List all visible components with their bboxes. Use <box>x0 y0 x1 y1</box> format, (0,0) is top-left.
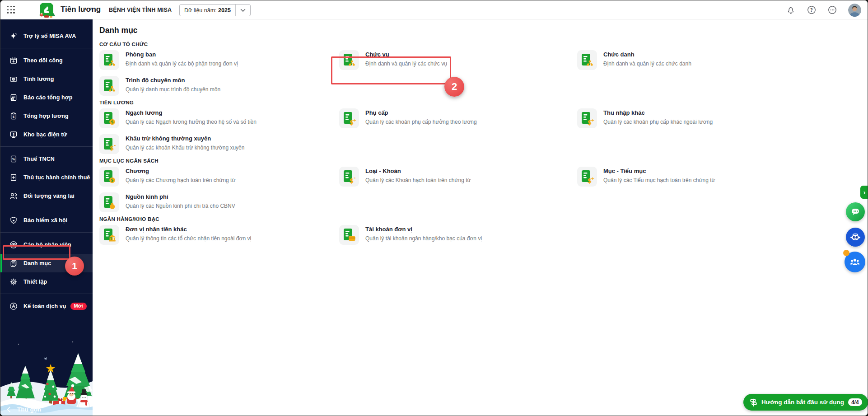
catalog-item-description: Quản lý các Tiểu mục hạch toán trên chứn… <box>603 177 715 183</box>
document-org-icon <box>339 50 359 70</box>
getting-started-guide-button[interactable]: Hướng dẫn bắt đầu sử dụng 4/4 <box>743 394 868 411</box>
catalog-item-nguon-kinh-phi[interactable]: Nguồn kinh phíQuản lý các Nguồn kinh phí… <box>99 192 339 212</box>
sidebar-item-label: Báo cáo tổng hợp <box>23 94 72 101</box>
catalog-item-loai-khoan[interactable]: $-Loại - KhoảnQuản lý các Khoản hạch toá… <box>339 167 577 187</box>
sidebar-item-thiet-lap[interactable]: Thiết lập <box>0 272 93 291</box>
chevron-left-icon <box>7 407 13 412</box>
svg-text:?: ? <box>810 8 813 13</box>
catalog-item-title: Khấu trừ không thường xuyên <box>126 135 244 142</box>
signpost-icon <box>750 398 757 407</box>
catalog-item-text: Chức danhĐịnh danh và quản lý các chức d… <box>603 50 691 70</box>
svg-text:$: $ <box>13 132 14 136</box>
sidebar-divider <box>0 294 93 294</box>
sidebar-item-tinh-luong[interactable]: $Tính lương <box>0 70 93 88</box>
section-grid: Đơn vị nhận tiền khácQuản lý thông tin c… <box>99 225 859 245</box>
catalog-item-text: Nguồn kinh phíQuản lý các Nguồn kinh phí… <box>126 192 235 212</box>
sidebar-item-thue-tncn[interactable]: %Thuế TNCN <box>0 150 93 168</box>
sidebar-collapse-button[interactable]: Thu gọn <box>8 406 41 413</box>
document-dollar-minus-icon: $- <box>339 167 359 187</box>
svg-text:$: $ <box>12 98 14 100</box>
chevron-down-icon <box>235 5 250 16</box>
catalog-sections: CƠ CẤU TỔ CHỨCPhòng banĐịnh danh và quản… <box>99 42 859 245</box>
catalog-item-tai-khoan-don-vi[interactable]: Tài khoản đơn vịQuản lý tài khoản ngân h… <box>339 225 577 245</box>
section-co-cau-to-chuc: CƠ CẤU TỔ CHỨCPhòng banĐịnh danh và quản… <box>99 42 859 96</box>
catalog-item-phong-ban[interactable]: Phòng banĐịnh danh và quản lý các bộ phậ… <box>99 50 339 70</box>
expand-panel-tab[interactable]: › <box>860 186 868 199</box>
sidebar-divider <box>0 146 93 147</box>
catalog-item-text: Phụ cấpQuản lý các khoản phụ cấp hưởng t… <box>365 108 477 128</box>
catalog-item-text: Thu nhập khácQuản lý các khoản phụ cấp k… <box>603 108 713 128</box>
notification-bell-icon[interactable] <box>786 5 796 15</box>
app-window: Tiền lương BỆNH VIỆN TỈNH MISA Dữ liệu n… <box>0 0 868 416</box>
people-icon <box>9 192 18 200</box>
catalog-item-trinh-do-chuyen-mon[interactable]: Trình độ chuyên mônQuản lý danh mục trìn… <box>99 76 339 96</box>
catalog-item-text: Tài khoản đơn vịQuản lý tài khoản ngân h… <box>365 225 482 245</box>
sidebar-item-bao-cao-tong-hop[interactable]: $Báo cáo tổng hợp <box>0 88 93 107</box>
sidebar-divider <box>0 208 93 208</box>
sidebar-item-label: Thiết lập <box>23 279 47 285</box>
catalog-item-don-vi-nhan-tien-khac[interactable]: Đơn vị nhận tiền khácQuản lý thông tin c… <box>99 225 339 245</box>
catalog-item-description: Quản lý các khoản Khấu trừ không thường … <box>126 145 244 151</box>
sidebar-item-label: Bảo hiểm xã hội <box>23 217 67 224</box>
chat-support-button[interactable] <box>846 202 865 221</box>
document-org-icon <box>99 76 119 96</box>
docs-icon <box>9 259 18 267</box>
section-title: NGÂN HÀNG/KHO BẠC <box>99 216 859 222</box>
sidebar-item-kho-bac-dien-tu[interactable]: $Kho bạc điện tử <box>0 125 93 144</box>
catalog-item-chuong[interactable]: $ChươngQuản lý các Chương hạch toán trên… <box>99 167 339 187</box>
sidebar-item-theo-doi-cong[interactable]: Theo dõi công <box>0 51 93 70</box>
help-icon[interactable]: ? <box>807 5 817 15</box>
main-content: Danh mục CƠ CẤU TỔ CHỨCPhòng banĐịnh dan… <box>93 19 868 416</box>
catalog-item-description: Quản lý tài khoản ngân hàng/kho bạc của … <box>365 235 482 242</box>
sidebar-item-danh-muc[interactable]: Danh mục <box>0 254 93 272</box>
sidebar-item-ke-toan-dich-vu[interactable]: Kế toán dịch vụMới <box>0 297 93 315</box>
document-bag-icon <box>99 192 119 212</box>
app-launcher-icon[interactable] <box>7 6 15 14</box>
community-button[interactable] <box>845 252 865 272</box>
sidebar-menu: Trợ lý số MISA AVATheo dõi công$Tính lươ… <box>0 19 93 315</box>
catalog-item-thu-nhap-khac[interactable]: $+Thu nhập khácQuản lý các khoản phụ cấp… <box>577 108 859 128</box>
new-badge: Mới <box>70 303 87 310</box>
catalog-item-text: Loại - KhoảnQuản lý các Khoản hạch toán … <box>365 167 471 187</box>
catalog-item-text: Khấu trừ không thường xuyênQuản lý các k… <box>126 134 244 154</box>
catalog-item-chuc-danh[interactable]: Chức danhĐịnh danh và quản lý các chức d… <box>577 50 859 70</box>
catalog-item-text: Trình độ chuyên mônQuản lý danh mục trìn… <box>126 76 220 96</box>
wallet-icon: $ <box>9 75 18 83</box>
section-grid: Phòng banĐịnh danh và quản lý các bộ phậ… <box>99 50 859 96</box>
catalog-item-khau-tru-khong-thuong-xuyen[interactable]: $-Khấu trừ không thường xuyênQuản lý các… <box>99 134 339 154</box>
catalog-item-ngach-luong[interactable]: $Ngạch lươngQuản lý các Ngạch lương hưởn… <box>99 108 339 128</box>
catalog-item-title: Chức danh <box>603 51 691 58</box>
report-icon: $ <box>9 93 18 102</box>
more-options-icon[interactable] <box>827 5 837 15</box>
catalog-item-text: Ngạch lươngQuản lý các Ngạch lương hưởng… <box>126 108 257 128</box>
ai-assistant-button[interactable] <box>846 228 865 247</box>
catalog-item-description: Quản lý các khoản phụ cấp hưởng theo lươ… <box>365 119 477 125</box>
year-value: 2025 <box>218 7 231 14</box>
sidebar-item-tong-hop-luong[interactable]: $Tổng hợp lương <box>0 107 93 125</box>
document-dollar-minus-icon: $- <box>99 134 119 154</box>
organization-name: BỆNH VIỆN TỈNH MISA <box>109 7 172 13</box>
sidebar-item-can-bo-nhan-vien[interactable]: Cán bộ nhân viên <box>0 235 93 254</box>
sidebar-item-bao-hiem-xa-hoi[interactable]: Bảo hiểm xã hội <box>0 211 93 229</box>
app-title: Tiền lương <box>61 5 101 14</box>
document-org-icon <box>577 50 597 70</box>
data-year-dropdown[interactable]: Dữ liệu năm: 2025 <box>179 4 251 16</box>
catalog-item-description: Định danh và quản lý các bộ phận trong đ… <box>126 61 238 67</box>
catalog-item-text: Mục - Tiểu mụcQuản lý các Tiểu mục hạch … <box>603 167 715 187</box>
user-avatar[interactable] <box>848 4 861 17</box>
section-ngan-hang-kho-bac: NGÂN HÀNG/KHO BẠCĐơn vị nhận tiền khácQu… <box>99 216 859 245</box>
catalog-item-description: Quản lý danh mục trình độ chuyên môn <box>126 86 220 93</box>
catalog-item-phu-cap[interactable]: $+Phụ cấpQuản lý các khoản phụ cấp hưởng… <box>339 108 577 128</box>
sidebar-item-tro-ly-so-misa-ava[interactable]: Trợ lý số MISA AVA <box>0 27 93 45</box>
catalog-item-muc-tieu-muc[interactable]: $+Mục - Tiểu mụcQuản lý các Tiểu mục hạc… <box>577 167 859 187</box>
page-title: Danh mục <box>99 26 859 35</box>
chat-bubble-icon <box>850 206 861 217</box>
sidebar-item-thu-tuc-hanh-chinh-thue[interactable]: Thủ tục hành chính thuế <box>0 168 93 187</box>
collapse-label: Thu gọn <box>17 406 41 413</box>
topbar: Tiền lương BỆNH VIỆN TỈNH MISA Dữ liệu n… <box>0 0 868 19</box>
catalog-item-text: ChươngQuản lý các Chương hạch toán trên … <box>126 167 235 187</box>
catalog-item-description: Định danh và quản lý các chức vụ <box>365 61 447 67</box>
svg-text:$: $ <box>109 145 113 151</box>
sidebar-item-doi-tuong-vang-lai[interactable]: Đối tượng vãng lai <box>0 187 93 205</box>
catalog-item-chuc-vu[interactable]: Chức vụĐịnh danh và quản lý các chức vụ <box>339 50 577 70</box>
